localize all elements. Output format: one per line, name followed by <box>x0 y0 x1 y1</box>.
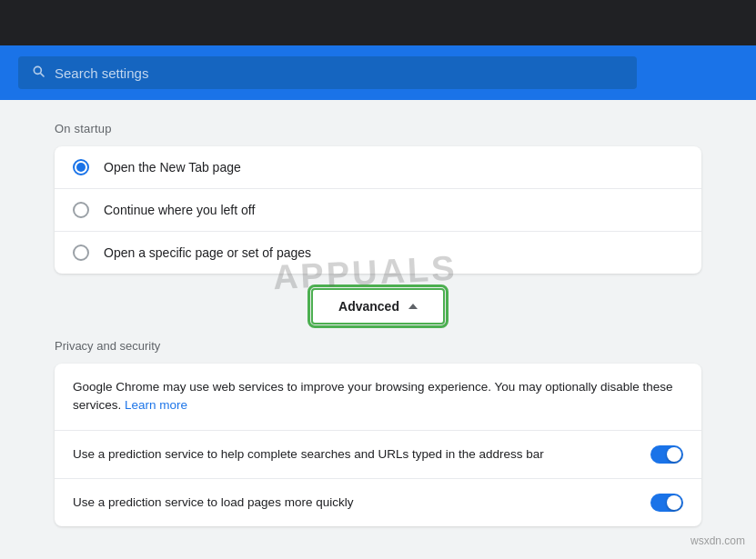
on-startup-section-title: On startup <box>55 122 701 135</box>
radio-inner-new-tab <box>76 163 86 172</box>
radio-item-new-tab[interactable]: Open the New Tab page <box>55 146 701 189</box>
on-startup-card: Open the New Tab page Continue where you… <box>55 146 701 274</box>
toggle-prediction-load[interactable] <box>650 494 683 512</box>
toggle-knob-prediction-search <box>667 447 681 462</box>
privacy-item-prediction-load: Use a prediction service to load pages m… <box>55 479 701 526</box>
radio-new-tab[interactable] <box>73 159 89 175</box>
search-icon <box>31 64 45 82</box>
privacy-item-prediction-load-row: Use a prediction service to load pages m… <box>73 494 683 512</box>
chevron-up-icon <box>408 304 418 309</box>
title-bar <box>0 0 756 45</box>
advanced-button-label: Advanced <box>338 299 399 314</box>
privacy-section-title: Privacy and security <box>55 339 701 353</box>
privacy-prediction-search-text: Use a prediction service to help complet… <box>73 445 640 464</box>
privacy-card: Google Chrome may use web services to im… <box>55 364 701 526</box>
search-bar[interactable] <box>18 56 637 89</box>
radio-label-specific-page: Open a specific page or set of pages <box>104 245 311 260</box>
radio-label-continue: Continue where you left off <box>104 203 255 217</box>
privacy-item-prediction-search-row: Use a prediction service to help complet… <box>73 445 683 464</box>
toggle-prediction-search[interactable] <box>650 445 683 464</box>
search-input[interactable] <box>55 65 624 81</box>
privacy-item-prediction-search: Use a prediction service to help complet… <box>55 431 701 479</box>
advanced-button-wrap: Advanced <box>55 288 701 324</box>
main-content: On startup Open the New Tab page Continu… <box>0 100 756 548</box>
radio-item-specific-page[interactable]: Open a specific page or set of pages <box>55 232 701 274</box>
toggle-knob-prediction-load <box>667 495 681 510</box>
radio-specific-page[interactable] <box>73 245 89 261</box>
radio-continue[interactable] <box>73 202 89 218</box>
learn-more-link[interactable]: Learn more <box>125 398 187 412</box>
search-bar-container <box>0 45 756 100</box>
radio-label-new-tab: Open the New Tab page <box>104 160 241 175</box>
privacy-item-info: Google Chrome may use web services to im… <box>55 364 701 431</box>
advanced-button[interactable]: Advanced <box>311 288 445 324</box>
radio-item-continue[interactable]: Continue where you left off <box>55 189 701 232</box>
privacy-prediction-load-text: Use a prediction service to load pages m… <box>73 494 640 512</box>
